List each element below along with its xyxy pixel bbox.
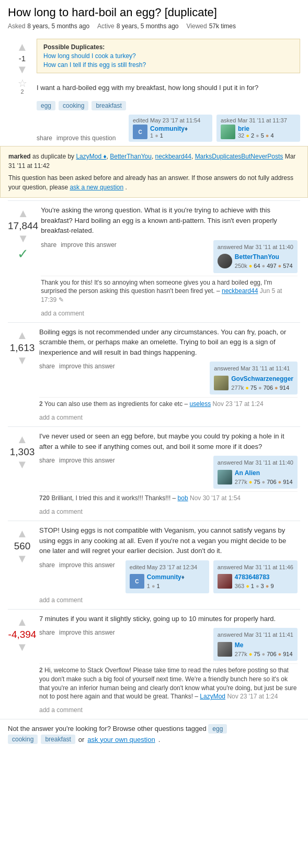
answer-2: ▲ 1,613 ▼ Boiling eggs is not recommende… <box>8 322 300 426</box>
tag-cooking[interactable]: cooking <box>59 101 88 110</box>
vote-col-a2: ▲ 1,613 ▼ <box>8 327 37 366</box>
improve-a1[interactable]: improve this answer <box>61 240 117 250</box>
vote-down-question[interactable]: ▼ <box>17 64 28 75</box>
accepted-a1: ✓ <box>17 246 29 262</box>
comments-a3: 720 Brilliant, I tried this and it works… <box>39 491 298 505</box>
ask-new-question-link[interactable]: ask a new question <box>70 184 123 191</box>
vote-down-a3[interactable]: ▼ <box>17 459 28 470</box>
marks-link[interactable]: MarksDuplicatesButNeverPosts <box>195 153 283 160</box>
answerer-avatar-a2 <box>214 376 229 390</box>
comment-edit-1-a1[interactable]: ✎ <box>59 296 64 303</box>
answerer-rep-a1: 250k <box>235 262 247 270</box>
tag-cooking-bottom[interactable]: cooking <box>8 735 38 744</box>
improve-a2[interactable]: improve this answer <box>59 362 115 371</box>
gold-a3 <box>249 478 253 487</box>
answerer-avatar-a3 <box>218 470 232 484</box>
tag-egg[interactable]: egg <box>37 101 55 110</box>
active-meta: Active 8 years, 5 months ago <box>97 22 178 30</box>
answerer-name-a1[interactable]: BetterThanYou <box>235 253 279 261</box>
dup-body: This question has been asked before and … <box>8 173 300 192</box>
share-a3[interactable]: share <box>39 456 55 465</box>
asked-time: 8 years, 5 months ago <box>27 22 89 30</box>
share-question[interactable]: share <box>37 134 52 142</box>
vote-up-a2[interactable]: ▲ <box>17 330 28 341</box>
share-a4[interactable]: share <box>39 560 55 570</box>
add-comment-a5[interactable]: add a comment <box>39 705 298 715</box>
answer-4: ▲ 560 ▼ STOP! Using eggs is not compatib… <box>8 521 300 609</box>
commenter-1-a3[interactable]: bob <box>178 494 188 502</box>
asker-rep: 32 <box>238 132 244 139</box>
comment-text-1-a3: Brilliant, I tried this and it works!!! … <box>51 494 177 502</box>
vote-count-a2: 1,613 <box>10 342 35 354</box>
answerer-name-a4[interactable]: 4783648783 <box>235 573 270 581</box>
tag-egg-bottom[interactable]: egg <box>208 724 227 734</box>
share-a2[interactable]: share <box>39 362 55 371</box>
lazymod-link[interactable]: LazyMod ♦ <box>76 153 106 160</box>
comment-count-1-a2: 2 <box>39 400 43 408</box>
page-header: How long to hard-boil an egg? [duplicate… <box>0 0 308 35</box>
improve-a5[interactable]: improve this answer <box>59 628 115 637</box>
commenter-1-a2[interactable]: useless <box>190 400 211 408</box>
comment-1-a1: Thank you for this! It's so annoying whe… <box>41 276 298 307</box>
tag-breakfast[interactable]: breakfast <box>92 101 126 110</box>
tag-breakfast-bottom[interactable]: breakfast <box>41 735 75 744</box>
comments-a1: Thank you for this! It's so annoying whe… <box>41 276 298 307</box>
vote-down-a5[interactable]: ▼ <box>17 641 28 653</box>
comment-date-1-a5: Nov 23 '17 at 1:24 <box>227 693 278 700</box>
editor-rep-a4: 1 <box>147 582 150 591</box>
add-comment-a4[interactable]: add a comment <box>39 595 298 605</box>
gold-count-a2: 75 <box>250 384 257 392</box>
question-actions: share improve this question <box>37 134 116 142</box>
edited-time-question: edited May 23 '17 at 11:54 <box>133 117 208 123</box>
share-a1[interactable]: share <box>41 240 56 250</box>
vote-up-a3[interactable]: ▲ <box>17 434 28 445</box>
dupe-link-1[interactable]: How long should I cook a turkey? <box>43 52 293 60</box>
comments-a2: 2 You can also use them as ingredients f… <box>39 397 298 411</box>
vote-count-a4: 560 <box>14 540 31 552</box>
answerer-name-a3[interactable]: An Alien <box>235 469 260 477</box>
question-footer: share improve this question edited May 2… <box>37 115 300 142</box>
answerer-name-a5[interactable]: Me <box>235 641 244 649</box>
add-comment-a2[interactable]: add a comment <box>39 413 298 422</box>
editor-name-question[interactable]: Community♦ <box>150 125 188 132</box>
star-question[interactable]: ☆ <box>18 78 27 88</box>
improve-a3[interactable]: improve this answer <box>59 456 115 465</box>
asker-name[interactable]: brie <box>238 125 249 132</box>
betterthanyou-link[interactable]: BetterThanYou <box>110 153 152 160</box>
vote-down-a2[interactable]: ▼ <box>17 355 28 366</box>
silver-a3 <box>262 478 266 487</box>
ask-your-own-link[interactable]: ask your own question <box>87 736 155 743</box>
add-comment-a3[interactable]: add a comment <box>39 507 298 516</box>
improve-question[interactable]: improve this question <box>56 134 116 142</box>
comment-dash-1-a1: – <box>216 287 222 295</box>
question-user-cards: edited May 23 '17 at 11:54 C Community♦ … <box>129 115 300 142</box>
improve-a4[interactable]: improve this answer <box>59 560 115 570</box>
dupe-link-2[interactable]: How can I tell if this egg is still fres… <box>43 61 293 69</box>
vote-count-question: -1 <box>19 54 26 63</box>
comment-date-1-a3: Nov 30 '17 at 1:54 <box>190 494 241 502</box>
answer-footer-a4: share improve this answer edited May 23 … <box>39 560 298 593</box>
share-a5[interactable]: share <box>39 628 55 637</box>
vote-down-a4[interactable]: ▼ <box>17 553 28 565</box>
question-vote-row: ▲ -1 ▼ ☆ 2 Possible Duplicates: How long… <box>8 39 300 142</box>
favorite-count-question: 2 <box>20 88 24 95</box>
duplicate-notice: marked as duplicate by LazyMod ♦, Better… <box>0 146 308 198</box>
neckbeard-link[interactable]: neckbeard44 <box>155 153 191 160</box>
vote-up-question[interactable]: ▲ <box>17 41 28 53</box>
edited-time-a4: edited May 23 '17 at 12:34 <box>130 563 205 572</box>
answerer-info-a2: GovSchwarzenegger 277k 75 706 914 <box>214 374 293 392</box>
commenter-1-a1[interactable]: neckbeard44 <box>222 287 258 295</box>
vote-up-a4[interactable]: ▲ <box>17 528 28 539</box>
bronze-count-a1: 574 <box>283 262 292 270</box>
vote-up-a1[interactable]: ▲ <box>17 208 29 219</box>
editor-name-a4[interactable]: Community♦ <box>147 573 185 581</box>
answerer-rep-a3: 277k <box>235 478 247 487</box>
bottom-period: . <box>158 736 161 743</box>
user-cards-a4: edited May 23 '17 at 12:34 C Community♦ … <box>126 560 298 593</box>
vote-down-a1[interactable]: ▼ <box>17 233 29 244</box>
answerer-name-a2[interactable]: GovSchwarzenegger <box>231 375 293 382</box>
vote-up-a5[interactable]: ▲ <box>17 616 28 628</box>
commenter-1-a5[interactable]: LazyMod <box>200 693 225 700</box>
add-comment-a1[interactable]: add a comment <box>41 309 298 318</box>
answerer-info-a1: BetterThanYou 250k 64 497 574 <box>218 252 293 270</box>
